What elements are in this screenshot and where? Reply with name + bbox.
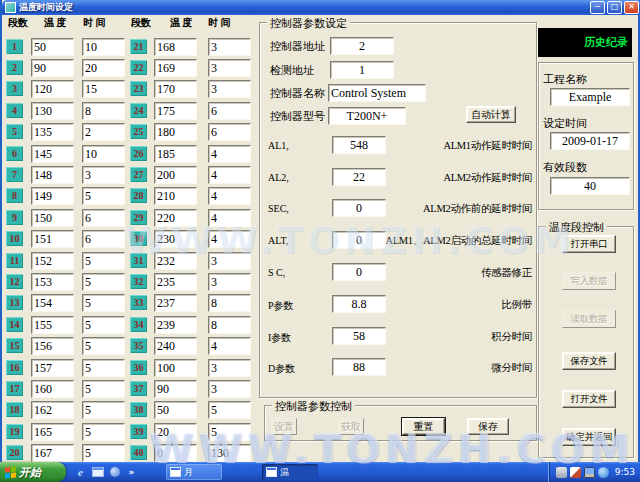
temperature-input[interactable]: 180 <box>154 123 197 141</box>
time-input[interactable]: 3 <box>82 166 125 184</box>
project-name-input[interactable]: Example <box>550 88 630 106</box>
temperature-input[interactable]: 148 <box>31 166 74 184</box>
temperature-input[interactable]: 156 <box>31 337 74 355</box>
time-input[interactable]: 8 <box>208 316 251 334</box>
temperature-input[interactable]: 0 <box>154 444 197 462</box>
temperature-input[interactable]: 151 <box>31 230 74 248</box>
temperature-input[interactable]: 185 <box>154 145 197 163</box>
temperature-input[interactable]: 210 <box>154 187 197 205</box>
control-button-4[interactable]: 保存 <box>467 418 509 435</box>
time-input[interactable]: 3 <box>208 380 251 398</box>
time-input[interactable]: 3 <box>208 359 251 377</box>
time-input[interactable]: 2 <box>82 123 125 141</box>
temperature-input[interactable]: 220 <box>154 209 197 227</box>
time-input[interactable]: 4 <box>208 145 251 163</box>
time-input[interactable]: 6 <box>208 102 251 120</box>
time-input[interactable]: 3 <box>208 80 251 98</box>
param-input[interactable]: Control System <box>328 84 426 102</box>
pid-input[interactable]: 548 <box>332 136 386 154</box>
temperature-input[interactable]: 170 <box>154 80 197 98</box>
pid-input[interactable]: 58 <box>332 327 386 345</box>
time-input[interactable]: 4 <box>208 209 251 227</box>
file-button-2[interactable]: 写入数据 <box>562 272 616 290</box>
control-button-2[interactable]: 获取 <box>338 418 364 435</box>
temperature-input[interactable]: 145 <box>31 145 74 163</box>
time-input[interactable]: 4 <box>208 337 251 355</box>
time-input[interactable]: 8 <box>82 102 125 120</box>
keyboard-tray-icon[interactable] <box>556 467 567 478</box>
time-input[interactable]: 3 <box>208 38 251 56</box>
param-input[interactable]: T200N+ <box>328 107 406 125</box>
pid-input[interactable]: 8.8 <box>332 295 386 313</box>
taskbar-window-button[interactable]: 月 <box>166 464 222 480</box>
time-input[interactable]: 4 <box>208 187 251 205</box>
time-input[interactable]: 5 <box>82 294 125 312</box>
messenger-tray-icon[interactable] <box>598 467 609 478</box>
close-icon[interactable]: ✕ <box>624 1 639 14</box>
temperature-input[interactable]: 100 <box>154 359 197 377</box>
param-input[interactable]: 2 <box>330 37 394 55</box>
file-button-4[interactable]: 保存文件 <box>562 352 616 370</box>
temperature-input[interactable]: 169 <box>154 59 197 77</box>
display-tray-icon[interactable] <box>584 467 595 478</box>
temperature-input[interactable]: 50 <box>154 401 197 419</box>
time-input[interactable]: 5 <box>82 187 125 205</box>
time-input[interactable]: 10 <box>82 145 125 163</box>
temperature-input[interactable]: 149 <box>31 187 74 205</box>
time-input[interactable]: 5 <box>82 423 125 441</box>
maximize-icon[interactable]: □ <box>607 1 622 14</box>
temperature-input[interactable]: 168 <box>154 38 197 56</box>
temperature-input[interactable]: 160 <box>31 380 74 398</box>
temperature-input[interactable]: 120 <box>31 80 74 98</box>
temperature-input[interactable]: 50 <box>31 38 74 56</box>
temperature-input[interactable]: 152 <box>31 252 74 270</box>
time-input[interactable]: 3 <box>208 273 251 291</box>
time-input[interactable]: 5 <box>82 444 125 462</box>
time-input[interactable]: 6 <box>208 123 251 141</box>
time-input[interactable]: 5 <box>82 316 125 334</box>
time-input[interactable]: 4 <box>208 230 251 248</box>
temperature-input[interactable]: 90 <box>31 59 74 77</box>
time-input[interactable]: 15 <box>82 80 125 98</box>
ie-icon[interactable]: e <box>74 466 87 479</box>
media-player-icon[interactable] <box>108 466 121 479</box>
pen-tray-icon[interactable] <box>570 467 581 478</box>
start-button[interactable]: 开始 <box>0 462 66 482</box>
temperature-input[interactable]: 153 <box>31 273 74 291</box>
time-input[interactable]: 5 <box>82 380 125 398</box>
time-input[interactable]: 5 <box>82 401 125 419</box>
control-button-1[interactable]: 设置 <box>271 418 297 435</box>
temperature-input[interactable]: 167 <box>31 444 74 462</box>
temperature-input[interactable]: 90 <box>154 380 197 398</box>
file-button-3[interactable]: 读取数据 <box>562 310 616 328</box>
pid-input[interactable]: 22 <box>332 168 386 186</box>
temperature-input[interactable]: 240 <box>154 337 197 355</box>
temperature-input[interactable]: 150 <box>31 209 74 227</box>
temperature-input[interactable]: 154 <box>31 294 74 312</box>
time-input[interactable]: 6 <box>82 209 125 227</box>
temperature-input[interactable]: 230 <box>154 230 197 248</box>
time-input[interactable]: 5 <box>208 423 251 441</box>
time-input[interactable]: 5 <box>208 401 251 419</box>
time-input[interactable]: 5 <box>82 337 125 355</box>
time-input[interactable]: 20 <box>82 59 125 77</box>
temperature-input[interactable]: 237 <box>154 294 197 312</box>
temperature-input[interactable]: 162 <box>31 401 74 419</box>
taskbar-window-button[interactable]: 温 <box>262 464 318 480</box>
file-button-1[interactable]: 打开串口 <box>562 235 616 253</box>
time-input[interactable]: 10 <box>82 38 125 56</box>
pid-input[interactable]: 0 <box>332 199 386 217</box>
time-input[interactable]: 130 <box>208 444 251 462</box>
set-time-input[interactable]: 2009-01-17 <box>550 132 630 150</box>
temperature-input[interactable]: 235 <box>154 273 197 291</box>
time-input[interactable]: 8 <box>208 294 251 312</box>
temperature-input[interactable]: 232 <box>154 252 197 270</box>
temperature-input[interactable]: 239 <box>154 316 197 334</box>
param-input[interactable]: 1 <box>330 61 394 79</box>
control-button-3[interactable]: 重置 <box>402 418 445 435</box>
file-button-6[interactable]: 确定并返回 <box>562 428 616 446</box>
pid-input[interactable]: 0 <box>332 263 386 281</box>
valid-segments-input[interactable]: 40 <box>550 177 630 195</box>
temperature-input[interactable]: 155 <box>31 316 74 334</box>
time-input[interactable]: 5 <box>82 252 125 270</box>
